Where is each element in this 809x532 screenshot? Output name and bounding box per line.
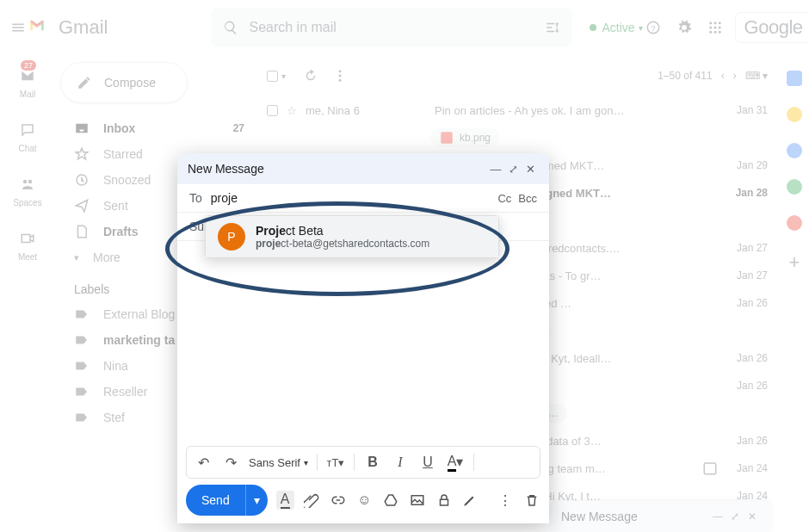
suggestion-avatar: P [218, 223, 245, 251]
compose-title: New Message [188, 162, 264, 176]
svg-text:?: ? [651, 23, 656, 33]
gmail-logo-icon [29, 18, 53, 37]
underline-button[interactable]: U [418, 455, 437, 470]
compose-minimize-button[interactable]: — [487, 163, 504, 176]
apps-grid-icon [707, 20, 723, 35]
nav-inbox[interactable]: Inbox27 [55, 115, 255, 141]
sidepanel-tasks[interactable] [787, 143, 802, 158]
sidepanel-calendar[interactable] [787, 71, 802, 86]
compose-body[interactable] [177, 241, 549, 446]
send-button[interactable]: Send ▾ [186, 485, 268, 516]
cc-button[interactable]: Cc [497, 192, 511, 205]
formatting-toggle-button[interactable]: A [276, 491, 294, 510]
next-page-button[interactable]: › [733, 70, 737, 82]
label-icon [74, 306, 90, 322]
refresh-icon[interactable] [303, 68, 318, 84]
more-icon[interactable] [332, 68, 348, 84]
svg-point-16 [339, 79, 342, 82]
sidepanel-add[interactable]: + [789, 251, 800, 274]
input-tools-button[interactable]: ⌨ ▾ [745, 70, 768, 82]
main-menu-button[interactable] [10, 10, 26, 45]
status-chip[interactable]: Active ▾ [590, 21, 642, 34]
svg-point-5 [709, 27, 712, 29]
svg-rect-19 [704, 463, 716, 474]
google-logo[interactable]: Google [736, 13, 809, 42]
pencil-icon [77, 75, 92, 90]
svg-point-8 [709, 31, 712, 34]
svg-point-9 [713, 31, 716, 34]
font-select[interactable]: Sans Serif ▾ [249, 456, 308, 469]
contact-suggestion[interactable]: P Project Beta project-beta@getsharedcon… [206, 216, 498, 257]
send-options-button[interactable]: ▾ [245, 485, 268, 516]
compose-close-button[interactable]: ✕ [522, 163, 539, 176]
drive-icon [383, 492, 398, 508]
svg-point-14 [339, 70, 342, 72]
minimize-icon[interactable]: — [709, 510, 726, 523]
spaces-icon [20, 176, 35, 192]
star-icon [74, 146, 90, 162]
label-icon [74, 358, 90, 374]
minimized-compose[interactable]: New Message — ⤢ ✕ [551, 501, 771, 532]
paperclip-icon [304, 492, 319, 508]
insert-link-button[interactable] [329, 492, 347, 508]
apps-button[interactable] [705, 17, 726, 38]
sidepanel-keep[interactable] [787, 107, 802, 122]
attach-button[interactable] [303, 492, 321, 508]
search-options-icon[interactable] [545, 20, 560, 35]
trash-icon [524, 492, 540, 508]
insert-drive-button[interactable] [382, 492, 400, 508]
insert-signature-button[interactable] [461, 492, 479, 508]
format-toolbar: ↶ ↷ Sans Serif ▾ тT▾ B I U A▾ [186, 446, 540, 479]
svg-point-7 [718, 27, 720, 29]
insert-photo-button[interactable] [408, 492, 426, 508]
discard-draft-button[interactable] [522, 492, 540, 508]
gmail-logo[interactable]: Gmail [29, 16, 108, 39]
rail-mail[interactable]: 27 Mail [15, 64, 40, 99]
gear-icon [676, 20, 692, 35]
rail-meet[interactable]: Meet [15, 226, 40, 262]
attachment-chip[interactable]: kb.png [430, 128, 499, 147]
search-icon [223, 20, 238, 35]
settings-button[interactable] [674, 17, 695, 38]
text-color-button[interactable]: A▾ [446, 454, 465, 472]
to-label: To [189, 191, 202, 205]
select-all-checkbox[interactable] [267, 71, 278, 82]
bold-button[interactable]: B [363, 455, 382, 470]
italic-button[interactable]: I [391, 455, 410, 470]
label-icon [74, 410, 90, 425]
svg-point-11 [23, 180, 28, 184]
prev-page-button[interactable]: ‹ [721, 70, 725, 82]
clock-icon [74, 172, 90, 188]
calendar-icon [702, 461, 718, 476]
sidepanel-addon[interactable] [787, 215, 802, 231]
font-size-button[interactable]: тT▾ [326, 456, 345, 469]
to-input[interactable] [211, 191, 490, 205]
popout-icon[interactable]: ⤢ [726, 510, 744, 523]
status-dot-icon [590, 24, 596, 31]
svg-point-15 [339, 75, 342, 77]
search-box[interactable]: Search in mail [211, 8, 572, 47]
image-icon [410, 492, 425, 508]
mail-row[interactable]: ☆me, Nina 6Pin on articles - Ah yes ok. … [255, 96, 780, 124]
label-icon [74, 384, 90, 399]
more-options-button[interactable]: ⋮ [497, 492, 515, 509]
pen-icon [462, 492, 478, 508]
to-field[interactable]: To Cc Bcc P Project Beta project-beta@ge… [177, 184, 549, 213]
label-icon [74, 332, 90, 348]
pagination-range: 1–50 of 411 [658, 70, 712, 82]
undo-button[interactable]: ↶ [194, 455, 213, 471]
bcc-button[interactable]: Bcc [518, 192, 537, 205]
confidential-mode-button[interactable] [435, 492, 453, 508]
insert-emoji-button[interactable]: ☺ [355, 492, 374, 508]
close-icon[interactable]: ✕ [744, 510, 761, 523]
support-button[interactable]: ? [643, 17, 664, 38]
mail-row[interactable]: kb.png [255, 124, 780, 152]
compose-button[interactable]: Compose [60, 62, 188, 103]
inbox-icon [74, 121, 90, 136]
compose-popout-button[interactable]: ⤢ [504, 163, 522, 176]
lock-icon [436, 492, 452, 508]
rail-chat[interactable]: Chat [15, 118, 40, 153]
sidepanel-contacts[interactable] [787, 179, 802, 195]
rail-spaces[interactable]: Spaces [13, 172, 41, 207]
redo-button[interactable]: ↷ [221, 455, 240, 471]
